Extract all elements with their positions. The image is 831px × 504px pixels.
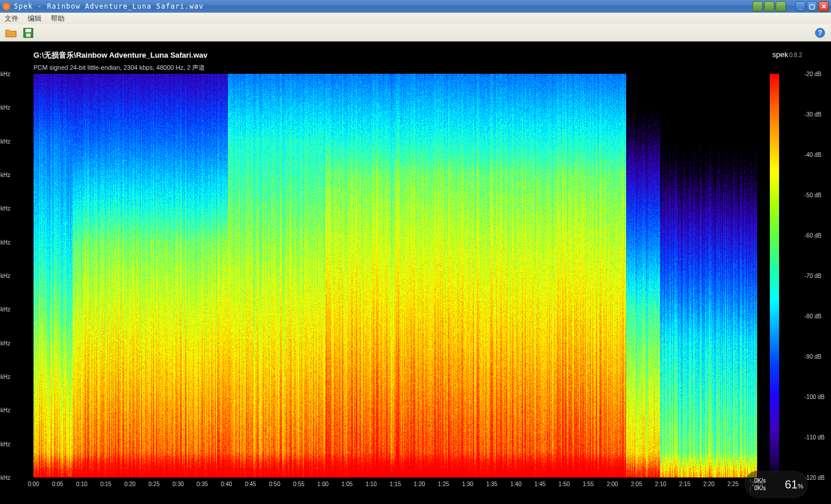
network-overlay: ↑0K/s ↓0K/s 61% — [744, 471, 808, 498]
y-tick: 24 kHz — [0, 71, 10, 77]
y-tick: 12 kHz — [0, 273, 10, 279]
svg-rect-2 — [26, 33, 31, 37]
x-tick: 1:25 — [438, 481, 449, 487]
db-tick: -100 dB — [804, 394, 825, 400]
nvidia-badge — [753, 1, 786, 12]
x-tick: 0:00 — [28, 481, 39, 487]
app-icon — [2, 2, 10, 10]
content-area: G:\无损音乐\Rainbow Adventure_Luna Safari.wa… — [0, 42, 831, 504]
db-tick: -60 dB — [804, 232, 821, 239]
db-tick: -80 dB — [804, 313, 821, 319]
db-tick: -40 dB — [804, 152, 821, 158]
y-tick: 20 kHz — [0, 138, 10, 144]
save-icon[interactable] — [22, 27, 35, 39]
db-tick: -50 dB — [804, 192, 821, 198]
window-title: Spek - Rainbow Adventure_Luna Safari.wav — [14, 2, 204, 10]
y-tick: 22 kHz — [0, 104, 10, 111]
x-tick: 2:00 — [607, 481, 617, 487]
x-tick: 0:30 — [173, 481, 184, 487]
y-tick: 14 kHz — [0, 239, 10, 245]
percent-indicator: 61% — [785, 478, 803, 491]
menu-help[interactable]: 帮助 — [51, 14, 65, 24]
svg-text:?: ? — [818, 29, 822, 37]
titlebar[interactable]: Spek - Rainbow Adventure_Luna Safari.wav… — [0, 0, 831, 13]
download-icon: ↓ — [749, 485, 752, 491]
y-tick: 16 kHz — [0, 205, 10, 212]
x-tick: 1:40 — [510, 481, 521, 487]
x-tick: 1:55 — [583, 481, 594, 487]
y-tick: 6 kHz — [0, 374, 10, 380]
x-tick: 1:35 — [486, 481, 497, 487]
x-tick: 1:05 — [342, 481, 353, 487]
x-tick: 0:05 — [52, 481, 63, 487]
x-tick: 1:10 — [365, 481, 376, 487]
audio-metadata: PCM signed 24-bit little-endian, 2304 kb… — [33, 63, 205, 72]
db-tick: -70 dB — [804, 273, 821, 279]
colorbar — [770, 74, 779, 477]
download-rate: 0K/s — [754, 485, 766, 491]
db-tick: -90 dB — [804, 353, 821, 360]
y-tick: 4 kHz — [0, 407, 10, 413]
x-tick: 0:50 — [269, 481, 280, 487]
toolbar: ? — [0, 24, 831, 42]
x-tick: 0:35 — [197, 481, 208, 487]
y-tick: 18 kHz — [0, 172, 10, 178]
db-tick: -20 dB — [804, 71, 821, 77]
maximize-button[interactable]: ▢ — [807, 1, 817, 12]
file-path: G:\无损音乐\Rainbow Adventure_Luna Safari.wa… — [33, 50, 207, 61]
y-tick: 8 kHz — [0, 340, 10, 346]
x-tick: 1:00 — [317, 481, 328, 487]
db-tick: -110 dB — [804, 434, 825, 441]
close-button[interactable]: ✕ — [818, 1, 829, 12]
x-tick: 1:50 — [559, 481, 570, 487]
x-tick: 0:55 — [293, 481, 304, 487]
spectrogram-plot — [33, 74, 757, 477]
spectrogram-canvas — [33, 74, 757, 477]
upload-rate: 0K/s — [754, 477, 766, 484]
y-tick: 0 kHz — [0, 475, 10, 481]
upload-icon: ↑ — [749, 477, 752, 484]
x-tick: 1:45 — [534, 481, 545, 487]
x-tick: 2:15 — [679, 481, 690, 487]
x-tick: 0:25 — [148, 481, 159, 487]
x-tick: 0:45 — [245, 481, 256, 487]
x-tick: 1:20 — [414, 481, 425, 487]
app-version: spek0.8.2 — [772, 50, 802, 59]
x-tick: 1:30 — [462, 481, 473, 487]
y-tick: 10 kHz — [0, 306, 10, 313]
open-folder-icon[interactable] — [5, 27, 17, 39]
x-tick: 0:20 — [124, 481, 135, 487]
x-tick: 2:20 — [703, 481, 714, 487]
x-tick: 0:40 — [221, 481, 232, 487]
menu-file[interactable]: 文件 — [5, 14, 18, 24]
x-tick: 0:15 — [100, 481, 111, 487]
x-tick: 0:10 — [76, 481, 87, 487]
svg-rect-1 — [25, 29, 31, 32]
x-tick: 1:15 — [390, 481, 400, 487]
db-tick: -30 dB — [804, 111, 821, 118]
x-tick: 2:25 — [727, 481, 738, 487]
menubar: 文件 编辑 帮助 — [0, 13, 831, 24]
x-tick: 2:05 — [631, 481, 642, 487]
x-tick: 2:10 — [655, 481, 666, 487]
minimize-button[interactable]: _ — [795, 1, 806, 12]
db-tick: -120 dB — [804, 475, 825, 481]
y-tick: 2 kHz — [0, 441, 10, 447]
help-icon[interactable]: ? — [814, 27, 826, 39]
menu-edit[interactable]: 编辑 — [28, 14, 42, 24]
